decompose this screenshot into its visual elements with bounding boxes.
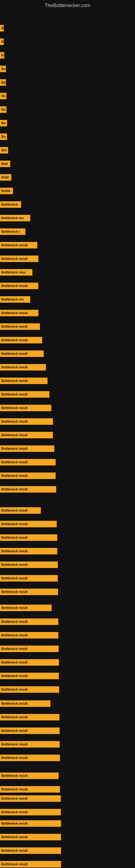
bar-label: Bottleneck result [0,323,40,330]
bar-label: Bottleneck result [0,618,58,625]
bar-row: Bottleneck result [0,521,57,528]
bar-label: Bottleneck result [0,701,50,707]
bar-row: B [0,25,4,32]
bar-row: Bo [0,106,6,113]
bar-label: Bottleneck result [0,507,41,514]
bar-label: Bottleneck result [0,534,57,541]
bar-row: Bottleneck result [0,323,40,330]
bar-row: B [0,38,4,45]
bar-label: Bottleneck result [0,659,59,665]
bar-row: Bottleneck result [0,604,52,611]
bar-row: Bottleneck result [0,786,60,793]
bar-label: Bottleneck result [0,418,53,425]
bar-label: Bottleneck result [0,727,60,734]
bar-row: Bo [0,79,6,86]
bar-label: Bottleneck r [0,228,26,235]
bar-label: Bottleneck result [0,432,53,438]
bar-row: Bottleneck result [0,391,49,398]
site-title: TheBottlenecker.com [0,0,135,14]
bar-label: B [0,52,4,59]
bar-label: Bottleneck result [0,283,38,289]
bar-row: Bottleneck result [0,404,51,411]
bar-label: Bottleneck result [0,795,61,802]
bar-row: Bottleneck result [0,242,37,249]
bar-label: B [0,38,4,45]
bar-row: Bottleneck result [0,714,59,721]
bar-label: Bottleneck result [0,632,58,639]
bar-row: Bottleneck result [0,809,61,816]
bar-label: Bottleneck result [0,714,59,720]
bar-label: Bott [0,161,10,167]
bar-row: Bottleneck result [0,795,61,802]
bar-label: Bottleneck result [0,786,60,793]
bars-container: BBBBoBoBoBoBoBoBotBottBottlBottleBottlen… [0,14,135,868]
bar-row: Bottleneck result [0,377,48,384]
bar-row: Bottleneck result [0,472,56,479]
bar-row: Bottleneck result [0,754,60,762]
bar-row: Bott [0,160,10,167]
bar-row: Bottleneck result [0,673,59,680]
bar-label: Bottleneck resu [0,269,32,276]
bar-label: Bottleneck result [0,755,60,761]
bar-label: Bottleneck result [0,741,60,748]
bar-row: B [0,52,4,59]
bar-label: Bot [0,147,8,154]
bar-row: Bottleneck result [0,255,38,262]
bar-row: Bottleneck result [0,588,58,595]
bar-label: Bottleneck result [0,445,54,452]
bar-label: Bottleneck result [0,673,59,679]
bar-label: Bo [0,66,6,72]
bar-label: Bo [0,133,7,140]
bar-row: Bo [0,93,6,99]
bar-label: B [0,25,4,31]
bar-row: Bottleneck [0,201,21,208]
bar-row: Bottleneck result [0,282,38,289]
bar-row: Bottleneck result [0,575,58,582]
bar-row: Bottleneck result [0,486,56,493]
bar-row: Bottleneck result [0,418,53,425]
bar-label: Bottleneck result [0,350,44,357]
bar-row: Bottleneck res [0,296,30,303]
bar-row: Bottleneck result [0,561,58,568]
bar-label: Bottleneck result [0,391,49,398]
bar-row: Bottleneck result [0,700,50,707]
bar-row: Bottleneck res [0,215,30,222]
bar-row: Bottleneck result [0,548,57,555]
bar-label: Bo [0,106,6,113]
bar-label: Bottleneck result [0,646,58,652]
bar-row: Bottleneck result [0,659,59,666]
bar-label: Bottleneck result [0,255,38,262]
bar-row: Bottleneck result [0,727,60,734]
bar-label: Bottleneck result [0,847,61,854]
bar-label: Bottleneck result [0,242,37,248]
bar-row: Bottleneck result [0,432,53,439]
bar-row: Bot [0,147,8,154]
bar-label: Bottleneck result [0,589,58,595]
bar-row: Bottle [0,187,13,194]
bar-label: Bottleneck result [0,548,57,554]
bar-label: Bottleneck result [0,486,56,493]
bar-label: Bottle [0,188,13,194]
bar-label: Bottleneck result [0,820,61,827]
bar-label: Bo [0,79,6,86]
bar-label: Bottleneck result [0,773,58,779]
bar-label: Bottleneck result [0,337,42,343]
bar-label: Bottleneck result [0,861,61,867]
bar-label: Bottleneck result [0,310,38,316]
bar-label: Bottleneck result [0,575,58,582]
bar-label: Bottleneck result [0,561,58,568]
bar-label: Bottl [0,174,11,181]
bar-row: Bottleneck result [0,337,42,344]
bar-row: Bo [0,120,7,127]
bar-row: Bottleneck result [0,686,59,693]
bar-row: Bottleneck result [0,772,58,779]
bar-label: Bottleneck result [0,472,56,479]
bar-row: Bottleneck result [0,364,46,371]
bar-row: Bottleneck result [0,618,58,625]
bar-label: Bottleneck result [0,686,59,693]
bar-label: Bo [0,120,7,126]
bar-label: Bo [0,93,6,99]
bar-row: Bottleneck result [0,507,41,514]
bar-row: Bo [0,133,7,140]
bar-label: Bottleneck result [0,809,61,815]
